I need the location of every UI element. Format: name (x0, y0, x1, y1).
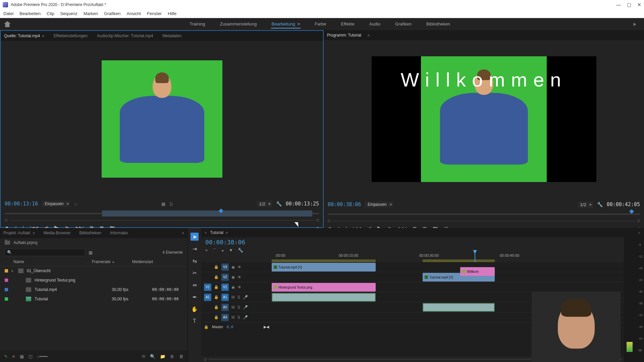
menu-fenster[interactable]: Fenster (147, 11, 162, 16)
ws-effekte[interactable]: Effekte (340, 20, 355, 28)
razor-tool-icon[interactable]: ✂ (191, 269, 199, 277)
track-header-v3[interactable]: 🔒V3◉👁 (201, 262, 272, 272)
footer-zoom-slider[interactable]: ○━━━ (37, 354, 48, 359)
footer-delete-icon[interactable]: 🗑 (179, 354, 183, 359)
program-scrub-bar[interactable] (328, 210, 640, 218)
selection-tool-icon[interactable]: ➤ (191, 233, 199, 241)
ws-bearbeitung[interactable]: Bearbeitung ≡ (271, 20, 301, 28)
source-scrub-bar[interactable] (5, 210, 319, 217)
hand-tool-icon[interactable]: ✋ (191, 305, 199, 313)
prog-nav-start[interactable] (328, 220, 330, 222)
ws-training[interactable]: Training (189, 20, 206, 28)
footer-icon-view-icon[interactable]: ▦ (20, 354, 24, 359)
menu-sequenz[interactable]: Sequenz (60, 11, 77, 16)
menu-clip[interactable]: Clip (47, 11, 54, 16)
program-timecode[interactable]: 00:00:38:06 (328, 201, 361, 207)
prog-nav-end[interactable] (637, 220, 640, 222)
source-timecode[interactable]: 00:00:13:16 (5, 201, 38, 207)
close-btn[interactable]: ✕ (637, 2, 641, 7)
timeline-ruler[interactable]: :00:00 00:00:15:00 00:00:30:00 00:00:45:… (272, 253, 624, 262)
menu-marken[interactable]: Marken (84, 11, 98, 16)
program-settings-icon[interactable]: 🔧 (597, 202, 603, 207)
ws-grafiken[interactable]: Grafiken (394, 20, 412, 28)
menu-ansicht[interactable]: Ansicht (126, 11, 141, 16)
tab-quelle[interactable]: Quelle: Tutorial.mp4≡ (4, 34, 44, 38)
clip-v2-willkom[interactable]: Willkom (460, 267, 495, 276)
track-header-master[interactable]: 🔒Master0,0▶◀ (201, 322, 272, 331)
clip-a1-audio[interactable] (272, 293, 376, 302)
drag-video-icon[interactable]: ▦ (161, 201, 165, 206)
tab-bibliotheken[interactable]: Bibliotheken (79, 231, 101, 235)
nav-start[interactable] (5, 219, 7, 222)
track-header-a3[interactable]: 🔒A3MS🎤 (201, 312, 272, 322)
menu-hilfe[interactable]: Hilfe (168, 11, 176, 16)
col-framerate[interactable]: Framerate▴ (92, 259, 129, 264)
ws-farbe[interactable]: Farbe (314, 20, 327, 28)
project-item[interactable]: ▾01_Übersicht (0, 266, 187, 276)
menu-datei[interactable]: Datei (3, 11, 13, 16)
project-item[interactable]: Hintergrund Textur.png (0, 276, 187, 285)
type-tool-icon[interactable]: T (191, 317, 199, 325)
slip-tool-icon[interactable]: ⇔ (191, 281, 199, 289)
menu-bearbeiten[interactable]: Bearbeiten (19, 11, 41, 16)
track-v1[interactable]: Hintergrund Textur.png (272, 282, 624, 292)
menu-grafiken[interactable]: Grafiken (104, 11, 120, 16)
track-header-v1[interactable]: V1🔒V1◉👁 (201, 282, 272, 292)
linked-sel-icon[interactable]: ⌒ (212, 248, 217, 254)
tab-projekt[interactable]: Projekt: Auftakt ≡ (3, 231, 35, 235)
tab-programm[interactable]: Programm: Tutorial ≡ (327, 33, 370, 38)
program-viewer[interactable]: Willkommen (324, 40, 644, 198)
close-seq-icon[interactable]: × (205, 231, 207, 235)
tab-metadaten[interactable]: Metadaten (162, 34, 181, 38)
track-header-a2[interactable]: 🔒A2MS🎤 (201, 302, 272, 312)
col-name[interactable]: Name (5, 259, 89, 264)
tl-settings-icon[interactable]: 🔧 (238, 248, 243, 254)
clip-a2-audio[interactable] (423, 303, 495, 312)
source-viewer[interactable] (1, 41, 323, 197)
ws-zusammenstellung[interactable]: Zusammenstellung (219, 20, 258, 28)
home-icon[interactable] (4, 21, 11, 27)
footer-pencil-icon[interactable]: ✎ (4, 354, 8, 359)
tab-audioclip-mischer[interactable]: Audioclip-Mischer: Tutorial.mp4 (97, 34, 153, 38)
footer-find-icon[interactable]: 🔍 (150, 354, 155, 359)
marker-icon[interactable]: ⬥ (221, 248, 224, 254)
nav-end[interactable] (316, 219, 319, 222)
project-item[interactable]: Tutorial.mp430,00 fps00:00:00:00 (0, 285, 187, 294)
track-v3[interactable]: Tutorial.mp4 [V] (272, 262, 624, 272)
safe-margin-icon[interactable]: ◇ (74, 201, 77, 206)
tab-informationen[interactable]: Informatio (110, 231, 128, 235)
sequence-tab[interactable]: Tutorial ≡ (210, 230, 228, 235)
ws-bibliotheken[interactable]: Bibliotheken (426, 20, 451, 28)
clip-v1-hintergrund[interactable]: Hintergrund Textur.png (272, 283, 376, 292)
new-bin-icon[interactable]: ▦ (89, 250, 93, 255)
project-search-input[interactable]: 🔍 (5, 249, 85, 256)
more-tabs-icon[interactable]: » (182, 231, 184, 235)
track-select-tool-icon[interactable]: ⇥ (191, 245, 199, 253)
program-zoom-select[interactable]: Einpassen (365, 201, 393, 207)
tab-media-browser[interactable]: Media-Browser (44, 231, 71, 235)
track-header-a1[interactable]: A1🔒A1MS🎤 (201, 292, 272, 302)
ripple-tool-icon[interactable]: ⇆ (191, 257, 199, 265)
source-settings-icon[interactable]: 🔧 (276, 201, 282, 206)
col-medienstart[interactable]: Medienstart (132, 259, 183, 264)
source-zoom-select[interactable]: Einpassen (42, 201, 70, 207)
timeline-timecode[interactable]: 00:00:38:06 (205, 239, 245, 246)
footer-auto-icon[interactable]: ⟲ (142, 354, 145, 359)
footer-new-bin-icon[interactable]: 📁 (160, 354, 165, 359)
maximize-btn[interactable]: ▢ (627, 2, 631, 7)
drag-audio-icon[interactable]: ⟩⟩ (169, 201, 173, 206)
pen-tool-icon[interactable]: ✒ (191, 293, 199, 301)
minimize-btn[interactable]: — (616, 2, 621, 7)
source-res-select[interactable]: 1/2 (257, 201, 272, 207)
track-v2[interactable]: Willkom Tutorial.mp4 [V] (272, 272, 624, 282)
footer-freeform-icon[interactable]: ◫ (29, 354, 33, 359)
more-workspaces-icon[interactable]: » (629, 21, 640, 27)
footer-list-view-icon[interactable]: ≡ (12, 354, 15, 359)
clip-v3-tutorial[interactable]: Tutorial.mp4 [V] (272, 263, 376, 272)
footer-new-item-icon[interactable]: 🗎 (170, 354, 174, 359)
track-header-v2[interactable]: 🔒V2◉👁 (201, 272, 272, 282)
project-item[interactable]: Tutorial30,00 fps00:00:00:00 (0, 294, 187, 304)
tab-effekteinstellungen[interactable]: Effekteinstellungen (54, 34, 88, 38)
tl-add-marker-icon[interactable]: ▼ (229, 248, 233, 254)
snap-icon[interactable]: ⌖ (205, 248, 208, 254)
